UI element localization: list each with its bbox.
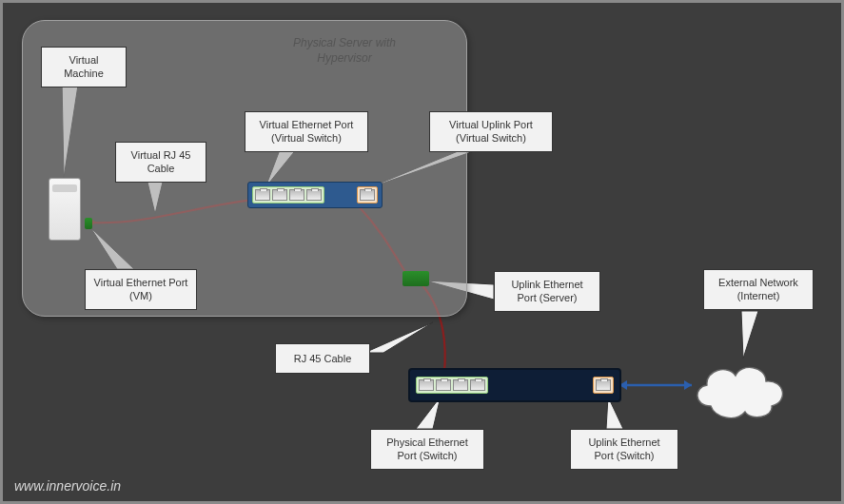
label-external-network: External Network (Internet) [703, 269, 814, 310]
label-vuplink-vswitch: Virtual Uplink Port (Virtual Switch) [429, 111, 553, 152]
vm-nic-icon [85, 218, 92, 229]
label-uplink-eth-server: Uplink Ethernet Port (Server) [494, 271, 600, 312]
pswitch-port [436, 379, 451, 391]
vswitch-port [255, 189, 270, 201]
server-uplink-nic-icon [402, 271, 429, 286]
label-rj45: RJ 45 Cable [275, 343, 370, 374]
label-veth-vm: Virtual Ethernet Port (VM) [85, 269, 197, 310]
vswitch-port [289, 189, 304, 201]
svg-marker-14 [741, 311, 758, 359]
server-tower-icon [49, 178, 81, 241]
label-phys-eth-switch: Physical Ethernet Port (Switch) [370, 429, 484, 470]
pswitch-port-group [416, 377, 488, 394]
virtual-switch-icon [247, 182, 383, 208]
watermark: www.innervoice.in [14, 478, 121, 494]
pswitch-port [470, 379, 485, 391]
label-virtual-rj45: Virtual RJ 45 Cable [115, 142, 206, 183]
vswitch-port [306, 189, 322, 201]
vswitch-uplink-group [357, 186, 378, 204]
pswitch-port [453, 379, 468, 391]
pswitch-port [419, 379, 434, 391]
vswitch-uplink-port [360, 189, 375, 201]
label-uplink-eth-switch: Uplink Ethernet Port (Switch) [570, 429, 678, 470]
pswitch-uplink-port [596, 379, 611, 391]
pswitch-uplink-group [593, 377, 614, 394]
hypervisor-title: Physical Server with Hypervisor [268, 36, 421, 66]
svg-marker-11 [364, 322, 433, 353]
vswitch-port [272, 189, 287, 201]
label-veth-vswitch: Virtual Ethernet Port (Virtual Switch) [245, 111, 368, 152]
physical-switch-icon [408, 368, 621, 402]
label-vm: Virtual Machine [41, 47, 127, 87]
vswitch-port-group [252, 186, 324, 204]
cloud-icon [688, 359, 793, 423]
